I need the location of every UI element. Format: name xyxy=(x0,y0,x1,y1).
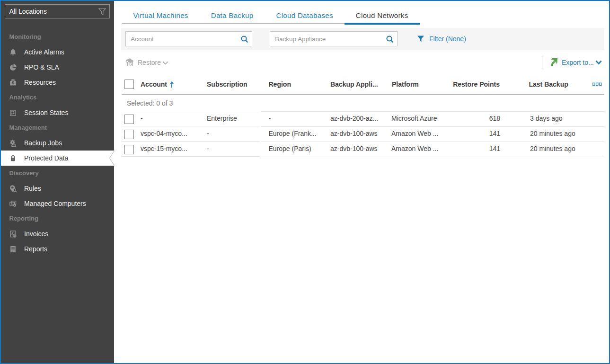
svg-text:$: $ xyxy=(11,80,14,85)
svg-text:$: $ xyxy=(11,231,13,236)
